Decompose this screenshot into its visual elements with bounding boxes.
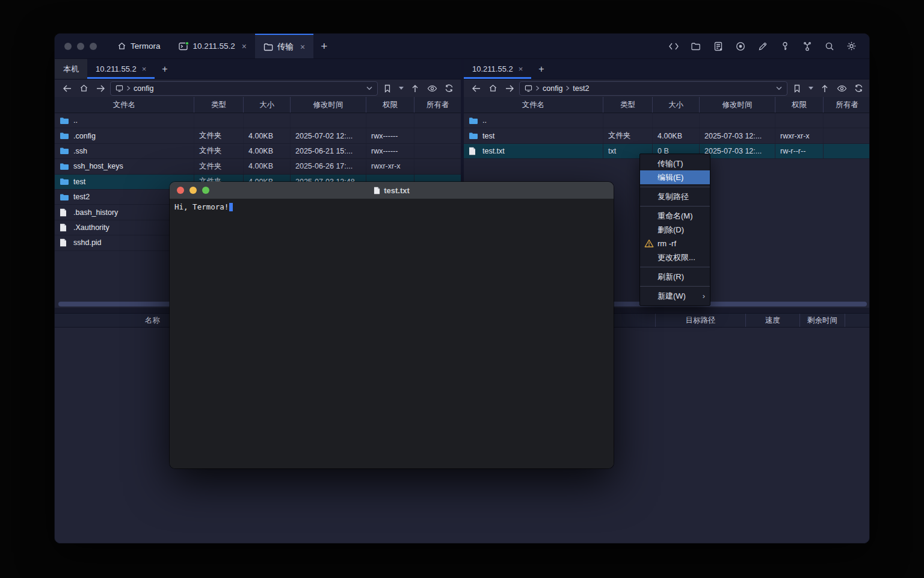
show-hidden-files-button[interactable]	[425, 82, 439, 95]
file-type: 文件夹	[194, 159, 244, 173]
column-header[interactable]: 权限	[775, 97, 824, 113]
tab-home[interactable]: Termora	[108, 34, 170, 58]
show-hidden-files-button[interactable]	[834, 82, 849, 95]
column-header[interactable]: 速度	[745, 314, 799, 327]
key-icon[interactable]	[777, 38, 793, 54]
editor-content[interactable]: Hi, Termora!	[170, 199, 614, 468]
file-type	[603, 113, 653, 128]
file-row[interactable]: test 文件夹 4.00KB 2025-07-03 12:... rwxr-x…	[464, 128, 870, 143]
close-tab-icon[interactable]: ×	[519, 64, 523, 73]
bookmark-button[interactable]	[790, 82, 804, 95]
editor-window: test.txt Hi, Termora!	[170, 182, 614, 468]
log-icon[interactable]	[710, 38, 726, 54]
maximize-editor-button[interactable]	[202, 187, 209, 194]
bookmark-dropdown-icon[interactable]	[397, 82, 405, 95]
add-panel-tab-button[interactable]: +	[155, 59, 174, 79]
menu-item-change-permissions[interactable]: 更改权限...	[640, 250, 710, 264]
upload-button[interactable]	[818, 82, 832, 95]
column-header[interactable]: 权限	[366, 97, 414, 113]
file-modified: 2025-07-03 12:...	[700, 144, 775, 158]
chevron-down-icon[interactable]	[776, 86, 782, 90]
refresh-button[interactable]	[851, 82, 866, 95]
file-name: .config	[73, 132, 96, 140]
back-button[interactable]	[469, 82, 483, 95]
breadcrumb-segment[interactable]: config	[543, 84, 562, 93]
file-name: .ssh	[73, 147, 87, 155]
pencil-icon[interactable]	[754, 38, 771, 54]
menu-item-rm-rf[interactable]: rm -rf	[640, 237, 710, 250]
file-name: test	[482, 132, 494, 140]
gear-icon[interactable]	[843, 38, 860, 54]
file-row[interactable]: ssh_host_keys 文件夹 4.00KB 2025-06-26 17:.…	[55, 159, 461, 174]
record-icon[interactable]	[732, 38, 748, 54]
column-header[interactable]: 文件名	[55, 97, 194, 113]
menu-item-new[interactable]: 新建(W) ›	[640, 289, 710, 303]
screen: Termora 10.211.55.2 × 传输 × +	[0, 0, 924, 578]
forward-button[interactable]	[502, 82, 517, 95]
file-row[interactable]: .config 文件夹 4.00KB 2025-07-02 12:... rwx…	[55, 128, 461, 143]
back-button[interactable]	[60, 82, 74, 95]
tab-label: 本机	[63, 64, 79, 75]
file-icon	[60, 238, 69, 247]
column-header[interactable]: 剩余时间	[799, 314, 845, 327]
menu-item-refresh[interactable]: 刷新(R)	[640, 270, 710, 284]
minimize-window-button[interactable]	[77, 43, 84, 50]
column-header[interactable]: 类型	[194, 97, 244, 113]
submenu-chevron-icon: ›	[703, 291, 705, 300]
close-tab-icon[interactable]: ×	[142, 64, 147, 73]
home-button[interactable]	[76, 82, 91, 95]
column-header[interactable]: 修改时间	[291, 97, 366, 113]
add-panel-tab-button[interactable]: +	[531, 59, 551, 79]
column-header[interactable]: 修改时间	[700, 97, 775, 113]
maximize-window-button[interactable]	[90, 43, 97, 50]
close-tab-icon[interactable]: ×	[300, 42, 305, 52]
folder-icon	[469, 132, 478, 140]
minimize-editor-button[interactable]	[189, 187, 197, 194]
folder-icon[interactable]	[688, 38, 704, 54]
file-owner	[414, 144, 461, 158]
editor-titlebar[interactable]: test.txt	[170, 182, 614, 199]
menu-item-edit[interactable]: 编辑(E)	[640, 170, 710, 184]
tab-transfer[interactable]: 传输 ×	[255, 34, 313, 58]
bookmark-button[interactable]	[380, 82, 395, 95]
home-button[interactable]	[485, 82, 500, 95]
menu-item-transfer[interactable]: 传输(T)	[640, 157, 710, 170]
warning-icon	[644, 239, 654, 248]
column-header[interactable]: 目标路径	[655, 314, 745, 327]
bookmark-dropdown-icon[interactable]	[807, 82, 815, 95]
column-header[interactable]: 类型	[603, 97, 653, 113]
close-tab-icon[interactable]: ×	[242, 42, 247, 51]
file-name: ssh_host_keys	[73, 162, 123, 170]
menu-item-delete[interactable]: 删除(D)	[640, 223, 710, 237]
upload-button[interactable]	[408, 82, 422, 95]
code-icon[interactable]	[665, 38, 682, 54]
search-icon[interactable]	[821, 38, 837, 54]
menu-item-rename[interactable]: 重命名(M)	[640, 209, 710, 223]
refresh-button[interactable]	[442, 82, 456, 95]
chevron-down-icon[interactable]	[366, 86, 372, 90]
right-table-header: 文件名 类型 大小 修改时间 权限 所有者	[464, 97, 870, 113]
column-header[interactable]: 所有者	[414, 97, 461, 113]
keychain-icon[interactable]	[799, 38, 815, 54]
column-header[interactable]: 大小	[244, 97, 291, 113]
breadcrumb-segment[interactable]: test2	[573, 84, 589, 93]
left-path-breadcrumb[interactable]: config	[110, 81, 378, 96]
file-row[interactable]: ..	[55, 113, 461, 128]
menu-item-copy-path[interactable]: 复制路径	[640, 190, 710, 204]
file-row[interactable]: ..	[464, 113, 870, 128]
tab-session-10.211.55.2[interactable]: 10.211.55.2 ×	[170, 34, 256, 58]
tab-right-session[interactable]: 10.211.55.2 ×	[464, 59, 531, 79]
column-header[interactable]: 所有者	[824, 97, 870, 113]
close-editor-button[interactable]	[177, 187, 184, 194]
new-tab-button[interactable]: +	[313, 34, 334, 58]
forward-button[interactable]	[93, 82, 108, 95]
file-size: 4.00KB	[653, 128, 700, 143]
tab-local-machine[interactable]: 本机	[55, 59, 87, 79]
file-row[interactable]: .ssh 文件夹 4.00KB 2025-06-21 15:... rwx---…	[55, 144, 461, 159]
right-path-breadcrumb[interactable]: config test2	[519, 81, 787, 96]
column-header[interactable]: 文件名	[464, 97, 603, 113]
close-window-button[interactable]	[64, 43, 72, 50]
tab-left-session[interactable]: 10.211.55.2 ×	[87, 59, 155, 79]
column-header[interactable]: 大小	[653, 97, 700, 113]
breadcrumb-segment[interactable]: config	[134, 84, 153, 93]
